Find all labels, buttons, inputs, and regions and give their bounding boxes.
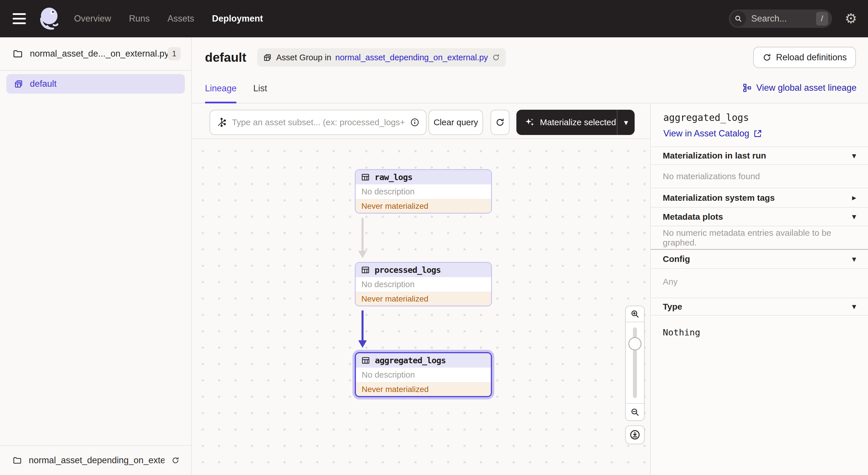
- view-in-asset-catalog-link[interactable]: View in Asset Catalog: [663, 128, 763, 139]
- asset-node-aggregated_logs[interactable]: aggregated_logs No description Never mat…: [355, 352, 492, 397]
- menu-icon[interactable]: [12, 13, 26, 24]
- chevron-right-icon: ▸: [852, 193, 856, 202]
- search-box[interactable]: /: [729, 9, 832, 28]
- page-title: default: [205, 50, 246, 65]
- asset-query-input[interactable]: [232, 117, 405, 127]
- asset-node-name: raw_logs: [375, 172, 412, 182]
- zoom-out-button[interactable]: [626, 403, 644, 420]
- folder-icon: [12, 455, 22, 466]
- external-link-icon: [753, 129, 763, 138]
- selected-asset-title: aggregated_logs: [663, 112, 856, 123]
- tab-lineage[interactable]: Lineage: [205, 78, 237, 103]
- tabs-row: Lineage List View global asset lineage: [192, 78, 868, 103]
- content: Clear query Materialize selected ▾: [192, 104, 868, 475]
- refresh-graph-button[interactable]: [491, 110, 509, 135]
- no-materializations-text: No materializations found: [651, 164, 868, 188]
- reload-icon: [763, 53, 772, 62]
- section-label: Materialization system tags: [663, 193, 775, 203]
- reload-definitions-label: Reload definitions: [776, 52, 847, 63]
- nav-item-assets[interactable]: Assets: [167, 13, 194, 24]
- download-icon: [629, 429, 641, 441]
- search-input[interactable]: [751, 13, 816, 24]
- no-metadata-text: No numeric metadata entries available to…: [651, 226, 868, 249]
- repo-name: normal_asset_de..._on_external.py: [30, 49, 167, 59]
- section-label: Type: [663, 302, 682, 311]
- table-icon: [361, 173, 370, 182]
- main-area: default Asset Group in normal_asset_depe…: [192, 37, 868, 475]
- chevron-down-icon[interactable]: ▾: [617, 110, 634, 135]
- section-config[interactable]: Config ▾: [651, 249, 868, 268]
- asset-node-processed_logs[interactable]: processed_logs No description Never mate…: [355, 262, 492, 306]
- chevron-down-icon: ▾: [852, 151, 856, 160]
- repo-count-badge: 1: [167, 47, 181, 60]
- zoom-controls: [625, 305, 645, 421]
- type-value: Nothing: [651, 315, 868, 337]
- edge-raw-to-processed: [357, 218, 368, 258]
- dagster-logo: [36, 6, 61, 31]
- asset-node-raw_logs[interactable]: raw_logs No description Never materializ…: [355, 169, 492, 214]
- asset-details-panel: aggregated_logs View in Asset Catalog Ma…: [651, 104, 868, 475]
- tab-list[interactable]: List: [253, 78, 267, 103]
- chip-prefix: Asset Group in: [276, 53, 331, 62]
- details-header: aggregated_logs View in Asset Catalog: [651, 104, 868, 146]
- edge-processed-to-aggregated: [357, 310, 368, 348]
- zoom-in-button[interactable]: [626, 306, 644, 322]
- gear-icon[interactable]: ⚙: [845, 12, 857, 26]
- reload-definitions-button[interactable]: Reload definitions: [753, 47, 856, 68]
- asset-query-box: [210, 110, 427, 135]
- chevron-down-icon: ▾: [852, 212, 856, 221]
- download-image-button[interactable]: [625, 425, 645, 444]
- footer-repo-name: normal_asset_depending_on_extern...: [29, 455, 164, 466]
- chevron-down-icon: ▾: [852, 255, 856, 264]
- asset-node-header: raw_logs: [355, 170, 491, 184]
- section-metadata-plots[interactable]: Metadata plots ▾: [651, 207, 868, 226]
- search-shortcut-badge: /: [816, 12, 828, 26]
- reload-icon: [495, 117, 505, 127]
- lineage-graph-pane: Clear query Materialize selected ▾: [192, 104, 651, 475]
- view-global-asset-lineage-link[interactable]: View global asset lineage: [743, 83, 857, 93]
- zoom-in-icon: [630, 309, 640, 319]
- sidebar-repo-row[interactable]: normal_asset_de..._on_external.py 1: [0, 37, 191, 71]
- asset-node-description: No description: [356, 367, 491, 382]
- nav-item-deployment[interactable]: Deployment: [212, 13, 263, 24]
- asset-group-chip: Asset Group in normal_asset_depending_on…: [257, 48, 506, 67]
- section-type[interactable]: Type ▾: [651, 298, 868, 315]
- clear-query-button[interactable]: Clear query: [429, 110, 483, 135]
- asset-node-name: processed_logs: [375, 265, 441, 275]
- info-icon[interactable]: [410, 117, 420, 127]
- zoom-out-icon: [630, 407, 640, 417]
- asset-group-icon: [263, 53, 272, 62]
- asset-node-status: Never materialized: [355, 199, 491, 213]
- asset-node-description: No description: [355, 184, 491, 199]
- reload-icon[interactable]: [492, 53, 500, 61]
- materialize-selected-button[interactable]: Materialize selected ▾: [516, 110, 634, 135]
- nav-item-runs[interactable]: Runs: [129, 13, 150, 24]
- folder-icon: [12, 49, 23, 59]
- lineage-canvas[interactable]: raw_logs No description Never materializ…: [192, 140, 650, 475]
- sparkles-icon: [524, 117, 535, 127]
- sidebar-footer: normal_asset_depending_on_extern...: [0, 445, 191, 475]
- graph-toolbar: Clear query Materialize selected ▾: [192, 104, 650, 139]
- global-lineage-label: View global asset lineage: [756, 83, 857, 93]
- section-materialization-system-tags[interactable]: Materialization system tags ▸: [651, 188, 868, 207]
- section-label: Materialization in last run: [663, 151, 766, 160]
- nav-item-overview[interactable]: Overview: [74, 13, 111, 24]
- config-value: Any: [651, 268, 868, 298]
- sidebar-item-default[interactable]: default: [6, 74, 185, 94]
- reload-icon[interactable]: [172, 456, 180, 465]
- sidebar: normal_asset_de..._on_external.py 1 defa…: [0, 37, 192, 475]
- chevron-down-icon: ▾: [852, 302, 856, 311]
- table-icon: [361, 265, 370, 274]
- table-icon: [361, 356, 370, 365]
- section-label: Config: [663, 254, 690, 264]
- section-materialization-last-run[interactable]: Materialization in last run ▾: [651, 146, 868, 164]
- zoom-slider[interactable]: [626, 322, 644, 403]
- asset-node-status: Never materialized: [356, 382, 491, 396]
- sidebar-item-label: default: [30, 79, 57, 89]
- asset-node-header: processed_logs: [355, 263, 491, 277]
- zoom-slider-handle[interactable]: [628, 337, 642, 350]
- asset-group-link[interactable]: normal_asset_depending_on_external.py: [335, 53, 488, 62]
- primary-nav: Overview Runs Assets Deployment: [74, 13, 263, 24]
- top-nav: Overview Runs Assets Deployment / ⚙: [0, 0, 868, 37]
- search-icon: [731, 11, 746, 26]
